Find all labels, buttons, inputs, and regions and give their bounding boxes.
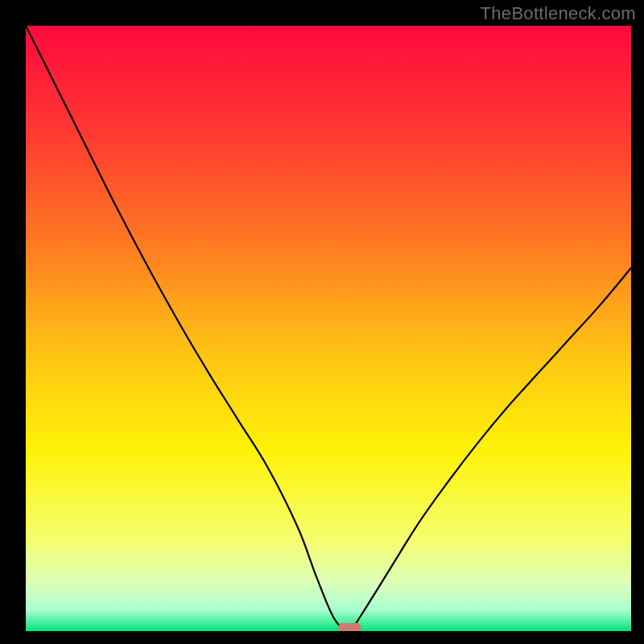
watermark-text: TheBottleneck.com: [481, 3, 636, 24]
plot-area: [26, 26, 631, 631]
gradient-background: [26, 26, 631, 631]
chart-svg: [26, 26, 631, 631]
minimum-marker: [338, 623, 361, 631]
chart-outer-frame: TheBottleneck.com: [0, 0, 644, 644]
